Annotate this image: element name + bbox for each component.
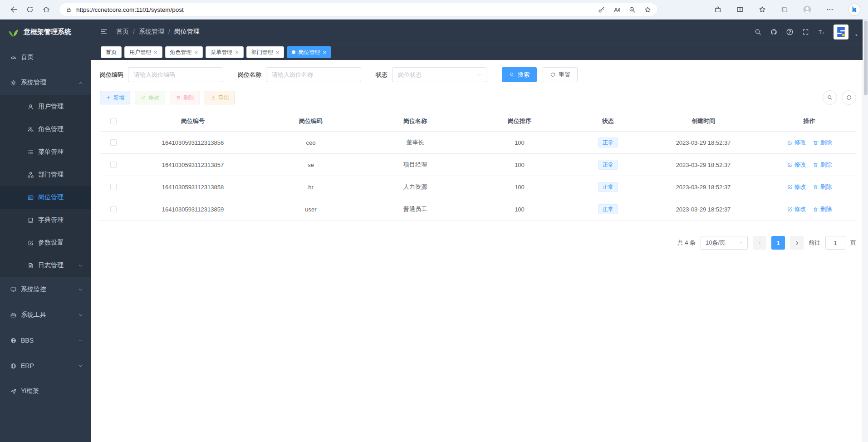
row-edit-link[interactable]: 修改 xyxy=(787,138,806,147)
active-tab-dot xyxy=(292,50,295,54)
toggle-search-button[interactable] xyxy=(823,90,837,105)
select-all-checkbox[interactable] xyxy=(110,118,117,124)
row-delete-link[interactable]: 删除 xyxy=(813,205,832,213)
fullscreen-icon[interactable] xyxy=(802,28,809,36)
scrollbar-thumb[interactable] xyxy=(864,20,868,95)
edit-icon xyxy=(787,206,793,212)
row-edit-link[interactable]: 修改 xyxy=(787,183,806,191)
header-actions xyxy=(754,25,859,39)
read-aloud-icon[interactable] xyxy=(613,6,621,14)
sidebar-toggle-icon[interactable] xyxy=(100,28,108,36)
add-favorite-icon[interactable] xyxy=(644,6,652,14)
tab-user-management[interactable]: 用户管理 × xyxy=(124,46,162,58)
close-icon[interactable]: × xyxy=(154,49,157,55)
page-scrollbar[interactable] xyxy=(863,20,868,442)
search-icon[interactable] xyxy=(754,28,762,36)
tab-home[interactable]: 首页 xyxy=(101,46,122,58)
page-size-select[interactable]: 10条/页 xyxy=(701,236,748,250)
chevron-down-icon xyxy=(78,312,83,318)
export-button[interactable]: 导出 xyxy=(205,91,235,104)
help-icon[interactable] xyxy=(786,28,794,36)
user-avatar[interactable] xyxy=(834,25,848,39)
breadcrumb-separator: / xyxy=(133,28,135,35)
current-page-button[interactable]: 1 xyxy=(771,236,785,250)
sidebar-item-parameter-settings[interactable]: 参数设置 xyxy=(0,231,91,254)
sidebar-item-system-monitoring[interactable]: 系统监控 xyxy=(0,277,91,302)
sidebar: 意框架管理系统 首页 系统管理 用户管理 角色管理 菜单管理 xyxy=(0,20,91,442)
sidebar-item-system-tools[interactable]: 系统工具 xyxy=(0,302,91,328)
row-delete-link[interactable]: 删除 xyxy=(813,161,832,169)
browser-refresh-button[interactable] xyxy=(22,2,38,17)
search-button[interactable]: 搜索 xyxy=(502,67,537,82)
post-code-input[interactable] xyxy=(128,67,223,82)
close-icon[interactable]: × xyxy=(323,49,326,55)
table-row[interactable]: 1641030593112313857 se 项目经理 100 正常 2023-… xyxy=(100,154,856,176)
column-header: 操作 xyxy=(762,117,856,125)
row-delete-link[interactable]: 删除 xyxy=(813,183,832,191)
row-checkbox[interactable] xyxy=(110,139,117,146)
post-code-field-group: 岗位编码 xyxy=(100,67,223,82)
table-row[interactable]: 1641030593112313858 hr 人力资源 100 正常 2023-… xyxy=(100,176,856,198)
prev-page-button[interactable] xyxy=(753,236,766,250)
caret-down-icon[interactable] xyxy=(854,33,859,38)
sidebar-item-label: Yi框架 xyxy=(21,387,39,395)
breadcrumb-item[interactable]: 系统管理 xyxy=(139,28,164,36)
tab-menu-management[interactable]: 菜单管理 × xyxy=(206,46,244,58)
collections-icon[interactable] xyxy=(780,5,789,14)
delete-button[interactable]: 删除 xyxy=(170,91,200,104)
row-checkbox[interactable] xyxy=(110,162,117,168)
tab-role-management[interactable]: 角色管理 × xyxy=(165,46,203,58)
dashboard-icon xyxy=(10,54,17,61)
address-bar[interactable]: https://ccnetcore.com:1101/system/post xyxy=(59,3,658,16)
table-row[interactable]: 1641030593112313859 user 普通员工 100 正常 202… xyxy=(100,198,856,221)
table-row[interactable]: 1641030593112313856 ceo 董事长 100 正常 2023-… xyxy=(100,132,856,154)
reset-button[interactable]: 重置 xyxy=(543,67,578,82)
close-icon[interactable]: × xyxy=(195,49,198,55)
copilot-bing-icon[interactable] xyxy=(848,3,861,16)
sidebar-item-dictionary-management[interactable]: 字典管理 xyxy=(0,209,91,231)
sidebar-item-post-management[interactable]: 岗位管理 xyxy=(0,186,91,209)
sidebar-item-bbs[interactable]: BBS xyxy=(0,328,91,353)
breadcrumb-item[interactable]: 首页 xyxy=(116,28,129,36)
zoom-icon[interactable] xyxy=(628,6,636,14)
sidebar-item-department-management[interactable]: 部门管理 xyxy=(0,163,91,186)
url-text[interactable]: https://ccnetcore.com:1101/system/post xyxy=(76,6,184,13)
row-edit-link[interactable]: 修改 xyxy=(787,161,806,169)
github-icon[interactable] xyxy=(770,28,778,36)
tab-post-management[interactable]: 岗位管理 × xyxy=(287,46,331,58)
sidebar-nav: 首页 系统管理 用户管理 角色管理 菜单管理 部门管理 xyxy=(0,44,91,404)
sidebar-item-menu-management[interactable]: 菜单管理 xyxy=(0,141,91,163)
sidebar-item-yi-framework[interactable]: Yi框架 xyxy=(0,378,91,404)
sidebar-item-log-management[interactable]: 日志管理 xyxy=(0,254,91,277)
browser-profile-avatar[interactable] xyxy=(803,5,812,14)
sidebar-item-system-management[interactable]: 系统管理 xyxy=(0,70,91,95)
sidebar-item-erp[interactable]: ERP xyxy=(0,353,91,378)
sidebar-item-role-management[interactable]: 角色管理 xyxy=(0,118,91,141)
favorites-icon[interactable] xyxy=(758,5,766,14)
sidebar-item-user-management[interactable]: 用户管理 xyxy=(0,95,91,118)
browser-home-button[interactable] xyxy=(38,2,54,17)
password-key-icon[interactable] xyxy=(598,6,605,14)
tab-department-management[interactable]: 部门管理 × xyxy=(246,46,284,58)
next-page-button[interactable] xyxy=(790,236,804,250)
browser-back-button[interactable] xyxy=(5,2,22,17)
close-icon[interactable]: × xyxy=(276,49,280,55)
post-name-cell: 董事长 xyxy=(363,138,467,147)
post-name-input[interactable] xyxy=(266,67,361,82)
refresh-table-button[interactable] xyxy=(842,90,856,105)
goto-page-input[interactable] xyxy=(825,236,845,250)
edit-button[interactable]: 修改 xyxy=(135,91,165,104)
row-edit-link[interactable]: 修改 xyxy=(787,205,806,213)
status-select[interactable]: 岗位状态 xyxy=(392,67,487,82)
row-checkbox[interactable] xyxy=(110,184,117,190)
close-icon[interactable]: × xyxy=(235,49,239,55)
font-size-icon[interactable] xyxy=(818,28,825,36)
row-delete-link[interactable]: 删除 xyxy=(813,138,832,147)
sidebar-item-home[interactable]: 首页 xyxy=(0,44,91,70)
row-checkbox[interactable] xyxy=(110,206,117,212)
extensions-icon[interactable] xyxy=(714,5,722,14)
browser-menu-icon[interactable] xyxy=(826,5,834,14)
add-button[interactable]: 新增 xyxy=(100,91,130,104)
split-screen-icon[interactable] xyxy=(736,5,744,14)
chevron-left-icon xyxy=(757,240,763,246)
